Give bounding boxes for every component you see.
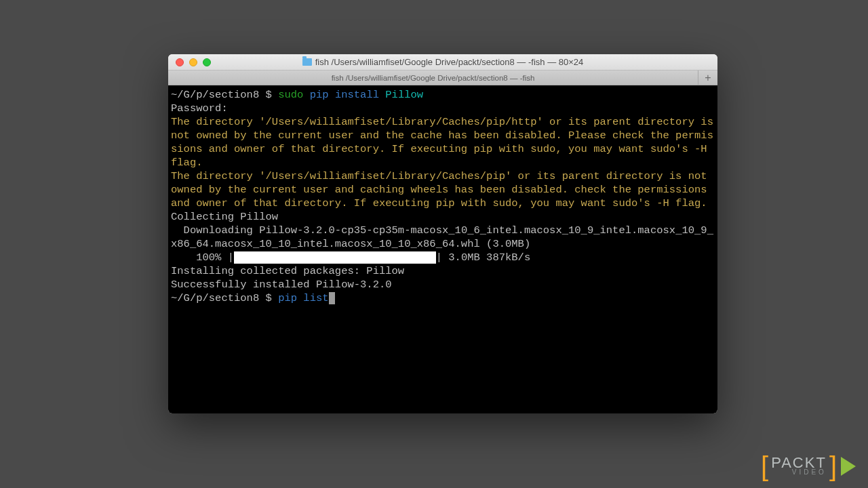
- window-title: fish /Users/williamfiset/Google Drive/pa…: [168, 57, 717, 67]
- play-icon: [841, 457, 856, 476]
- zoom-icon[interactable]: [203, 58, 211, 66]
- pip-warning-1: The directory '/Users/williamfiset/Libra…: [171, 116, 717, 169]
- bracket-left-icon: [: [761, 453, 768, 480]
- cmd-pip-2: pip: [278, 292, 297, 304]
- terminal-window: fish /Users/williamfiset/Google Drive/pa…: [168, 54, 717, 413]
- progress-tail: | 3.0MB 387kB/s: [436, 251, 531, 264]
- cursor-icon: [329, 292, 335, 304]
- tab-bar: fish /Users/williamfiset/Google Drive/pa…: [168, 70, 717, 85]
- pip-success: Successfully installed Pillow-3.2.0: [171, 279, 392, 291]
- window-title-text: fish /Users/williamfiset/Google Drive/pa…: [315, 57, 584, 67]
- bracket-right-icon: ]: [829, 453, 837, 480]
- cmd-pip: pip: [303, 89, 328, 101]
- close-icon[interactable]: [176, 58, 184, 66]
- titlebar[interactable]: fish /Users/williamfiset/Google Drive/pa…: [168, 54, 717, 70]
- password-prompt: Password:: [171, 102, 228, 115]
- prompt-path-2: ~/G/p/section8: [171, 292, 259, 304]
- pip-warning-2: The directory '/Users/williamfiset/Libra…: [171, 170, 713, 209]
- watermark-text: PACKT VIDEO: [771, 457, 827, 475]
- pip-downloading: Downloading Pillow-3.2.0-cp35-cp35m-maco…: [171, 224, 713, 250]
- cmd-list: list: [297, 292, 329, 304]
- cmd-install: install: [329, 89, 379, 101]
- prompt-dollar-2: $: [259, 292, 278, 304]
- pip-collecting: Collecting Pillow: [171, 211, 278, 223]
- cmd-sudo: sudo: [278, 89, 303, 101]
- prompt-path: ~/G/p/section8: [171, 89, 259, 101]
- terminal-content[interactable]: ~/G/p/section8 $ sudo pip install Pillow…: [168, 85, 717, 413]
- progress-bar: ████████████████████████████████: [234, 251, 436, 264]
- cmd-arg: Pillow: [379, 89, 423, 101]
- watermark-sub: VIDEO: [792, 470, 827, 476]
- traffic-lights: [168, 58, 211, 66]
- new-tab-button[interactable]: +: [698, 70, 717, 85]
- prompt-dollar: $: [259, 89, 278, 101]
- minimize-icon[interactable]: [189, 58, 197, 66]
- folder-icon: [302, 58, 312, 66]
- packt-watermark: [ PACKT VIDEO ]: [761, 453, 856, 480]
- progress-percent: 100% |: [171, 251, 234, 264]
- pip-installing: Installing collected packages: Pillow: [171, 265, 404, 277]
- tab-active[interactable]: fish /Users/williamfiset/Google Drive/pa…: [168, 70, 698, 85]
